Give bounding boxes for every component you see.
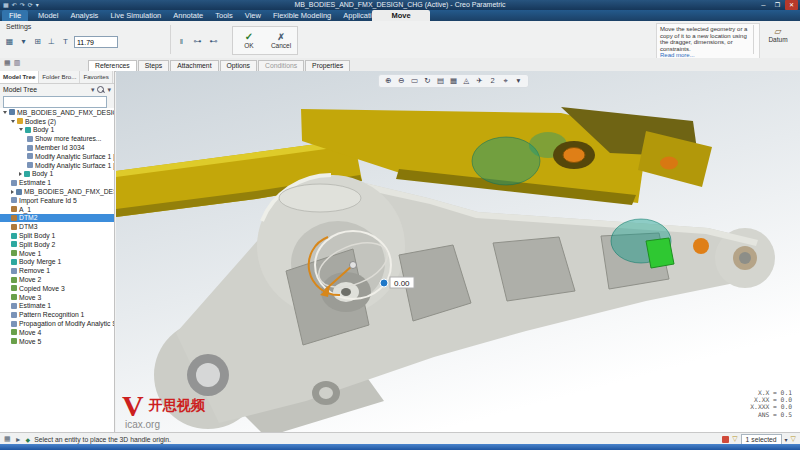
window-title: MB_BODIES_AND_FMX_DESIGN_CHG (Active) - … — [0, 0, 800, 10]
resume-icon[interactable]: ► — [15, 436, 22, 443]
minimize-icon[interactable]: ─ — [757, 0, 770, 10]
tree-item[interactable]: Copied Move 3 — [0, 284, 114, 293]
graphics-viewport[interactable]: 0.00 ⊕ ⊖ ▭ ↻ ▤ ▦ ◬ ✈ 2 ⌖ ▾ X.X = 0.1 X.X… — [116, 71, 800, 432]
tree-item[interactable]: Modify Analytic Surface 1 [2] — [0, 161, 114, 170]
tree-item[interactable]: Body Merge 1 — [0, 258, 114, 267]
tab-flexible-modeling[interactable]: Flexible Modeling — [267, 10, 337, 21]
spin-center-icon[interactable]: ⌖ — [500, 76, 511, 86]
display-style-icon[interactable]: ▤ — [435, 76, 446, 86]
main-arm-part[interactable] — [154, 175, 775, 432]
body-icon — [11, 241, 17, 247]
move-feature-icon — [11, 250, 17, 256]
body-icon — [24, 171, 30, 177]
file-menu-button[interactable]: File — [2, 10, 28, 21]
body-icon — [11, 259, 17, 265]
dragger-mode-icon[interactable]: ▦ — [4, 36, 15, 48]
expand-icon[interactable] — [11, 120, 15, 123]
tree-item[interactable]: Move 2 — [0, 275, 114, 284]
move-feature-icon — [11, 277, 17, 283]
message-log-icon[interactable]: ▦ — [4, 435, 11, 443]
tab-model[interactable]: Model — [32, 10, 64, 21]
zoom-window-icon[interactable]: ▭ — [409, 76, 420, 86]
view-manager-icon[interactable]: ✈ — [474, 76, 485, 86]
tree-item[interactable]: Move 4 — [0, 328, 114, 337]
grid-icon[interactable]: ▦ — [4, 59, 11, 67]
dragger-origin-dot[interactable] — [380, 279, 388, 287]
tree-item[interactable]: Show more features... — [0, 134, 114, 143]
maximize-icon[interactable]: ❐ — [771, 0, 784, 10]
cancel-button[interactable]: ✗ Cancel — [265, 27, 297, 54]
tab-favorites[interactable]: Favorites — [80, 71, 112, 83]
tree-item[interactable]: MB_BODIES_AND_FMX_DESIGN_CHANGE — [0, 187, 114, 196]
tree-item[interactable]: Remove 1 — [0, 266, 114, 275]
ok-button[interactable]: ✓ OK — [233, 27, 265, 54]
attach-toggle-icon[interactable]: ⊶ — [192, 36, 203, 48]
ribbon-separator-right — [753, 25, 754, 54]
tree-item[interactable]: Estimate 1 — [0, 302, 114, 311]
tab-live-simulation[interactable]: Live Simulation — [104, 10, 167, 21]
dragger-dropdown-icon[interactable]: ▾ — [18, 36, 29, 48]
tab-analysis[interactable]: Analysis — [64, 10, 104, 21]
tree-item[interactable]: Pattern Recognition 1 — [0, 310, 114, 319]
panel-icon[interactable]: ▥ — [14, 59, 21, 67]
tree-item-selected[interactable]: DTM2 — [0, 214, 114, 223]
tab-tools[interactable]: Tools — [209, 10, 239, 21]
tree-item[interactable]: DTM3 — [0, 222, 114, 231]
snap-toggle-icon[interactable]: ⊥ — [46, 36, 57, 48]
datum-display-icon[interactable]: ▦ — [448, 76, 459, 86]
saved-view-icon[interactable]: 2 — [487, 76, 498, 86]
selection-dropdown-icon[interactable]: ▾ — [785, 436, 788, 443]
feature-icon — [11, 197, 17, 203]
tree-item[interactable]: Split Body 2 — [0, 240, 114, 249]
tree-item[interactable]: Move 5 — [0, 337, 114, 346]
tab-move-active[interactable]: Move — [372, 10, 430, 21]
tab-folder-browser[interactable]: Folder Bro... — [39, 71, 80, 83]
tab-model-tree[interactable]: Model Tree — [0, 71, 39, 83]
detach-toggle-icon[interactable]: ⊷ — [208, 36, 219, 48]
toolbar-dropdown-icon[interactable]: ▾ — [513, 76, 524, 86]
tree-item[interactable]: MB_BODIES_AND_FMX_DESIGN_CHG.PRT — [0, 108, 114, 117]
tree-item[interactable]: Move 3 — [0, 293, 114, 302]
model-tree: MB_BODIES_AND_FMX_DESIGN_CHG.PRT Bodies … — [0, 108, 114, 432]
tree-settings-dropdown-icon[interactable]: ▾ — [107, 86, 111, 94]
tab-view[interactable]: View — [239, 10, 267, 21]
search-icon[interactable] — [97, 86, 104, 93]
tree-item[interactable]: Split Body 1 — [0, 231, 114, 240]
tree-item[interactable]: Estimate 1 — [0, 178, 114, 187]
tree-item[interactable]: Modify Analytic Surface 1 [1] — [0, 152, 114, 161]
refit-icon[interactable]: ↻ — [422, 76, 433, 86]
tree-item[interactable]: Import Feature Id 5 — [0, 196, 114, 205]
tab-annotate[interactable]: Annotate — [167, 10, 209, 21]
tree-item[interactable]: Body 1 — [0, 170, 114, 179]
tree-filter-dropdown-icon[interactable]: ▾ — [91, 86, 95, 94]
tree-search-row — [0, 95, 114, 109]
pause-icon[interactable]: ‖ — [176, 36, 187, 48]
orient-dragger-icon[interactable]: ⊞ — [32, 36, 43, 48]
watermark-text-cn: 开思视频 — [149, 397, 205, 415]
zoom-in-icon[interactable]: ⊕ — [383, 76, 394, 86]
tree-item[interactable]: Propagation of Modify Analytic Surface 1 — [0, 319, 114, 328]
close-icon[interactable]: ✕ — [785, 0, 798, 10]
tree-item[interactable]: Body 1 — [0, 126, 114, 135]
expand-icon[interactable] — [19, 172, 22, 176]
move-feature-icon — [11, 329, 17, 335]
window-controls: ─ ❐ ✕ — [757, 0, 798, 10]
expand-icon[interactable] — [3, 111, 7, 114]
expand-icon[interactable] — [11, 190, 14, 194]
datum-group-button[interactable]: ▱ Datum — [760, 26, 796, 43]
tree-search-input[interactable] — [3, 96, 107, 108]
tree-item[interactable]: A_1 — [0, 205, 114, 214]
expand-icon[interactable] — [19, 128, 23, 131]
notification-icon[interactable] — [722, 436, 729, 443]
zoom-out-icon[interactable]: ⊖ — [396, 76, 407, 86]
filter-icon[interactable]: ▽ — [732, 435, 737, 443]
tree-item[interactable]: Bodies (2) — [0, 117, 114, 126]
watermark-v-icon: V — [122, 393, 144, 419]
annotation-display-icon[interactable]: ◬ — [461, 76, 472, 86]
confirm-group: ✓ OK ✗ Cancel — [232, 26, 298, 55]
tree-item[interactable]: Member Id 3034 — [0, 143, 114, 152]
tree-item[interactable]: Move 1 — [0, 249, 114, 258]
selection-filter-icon[interactable]: ▽ — [791, 435, 796, 443]
ribbon-tabs: Model Analysis Live Simulation Annotate … — [32, 10, 390, 21]
move-value-input[interactable] — [74, 36, 118, 48]
